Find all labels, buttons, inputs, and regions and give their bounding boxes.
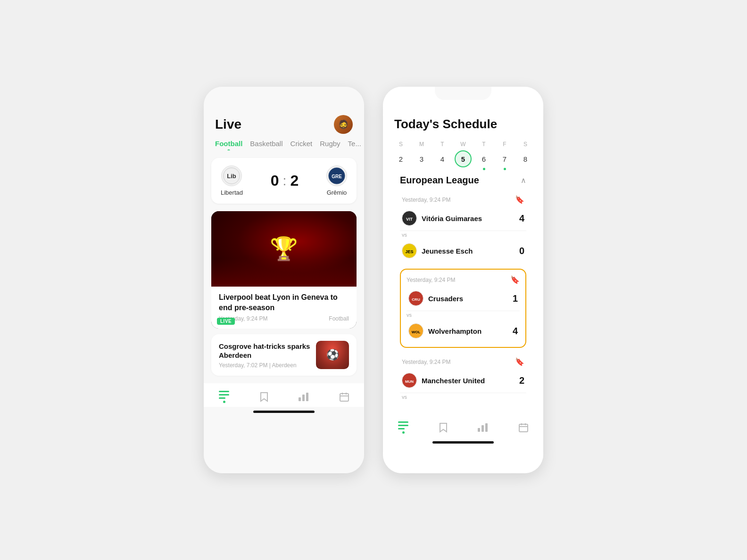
date-3[interactable]: 3	[413, 150, 430, 167]
svg-rect-4	[219, 391, 229, 392]
day-label-4: T	[475, 141, 492, 148]
nav-calendar-right[interactable]	[519, 423, 528, 432]
bookmark-icon-1[interactable]: 🔖	[515, 195, 524, 204]
manutd-name: Manchester United	[422, 377, 485, 385]
manutd-score: 2	[519, 375, 524, 386]
svg-text:JES: JES	[405, 249, 413, 254]
chevron-up-icon[interactable]: ∧	[521, 176, 526, 185]
date-dot-7	[504, 168, 506, 170]
nav-feed[interactable]	[219, 391, 229, 403]
vitoria-score: 4	[519, 213, 524, 224]
right-phone: Today's Schedule S M T W T F S 2	[383, 87, 543, 473]
live-match-card[interactable]: Lib Libertad 0 : 2	[211, 158, 357, 204]
svg-rect-5	[219, 394, 229, 395]
live-badge: LIVE	[217, 318, 235, 325]
match-group-3: Yesterday, 9:24 PM 🔖 MUN	[400, 354, 526, 401]
svg-rect-26	[398, 428, 405, 429]
sport-tabs: Football Basketball Cricket Rugby Te...	[204, 138, 364, 150]
vs-label-3: vs	[400, 393, 526, 401]
match-row-wolves[interactable]: WOL Wolverhampton 4	[407, 319, 520, 343]
schedule-title: Today's Schedule	[394, 117, 532, 132]
bottom-nav-right	[383, 414, 543, 437]
tab-basketball[interactable]: Basketball	[250, 140, 282, 150]
team2-logo: GRE	[326, 165, 347, 186]
page-title: Live	[215, 117, 241, 132]
crusaders-logo: CRU	[408, 291, 423, 306]
wolves-logo: WOL	[408, 323, 423, 338]
day-label-6: S	[517, 141, 534, 148]
date-2[interactable]: 2	[392, 150, 409, 167]
svg-text:MUN: MUN	[405, 379, 414, 384]
match-row-manutd[interactable]: MUN Manchester United 2	[400, 368, 526, 393]
calendar: S M T W T F S 2 3 4 5 6	[383, 135, 543, 167]
match-group-1: Yesterday, 9:24 PM 🔖 VIT	[400, 191, 526, 263]
news-headline-small: Cosgrove hat-tricks sparks Aberdeen	[219, 342, 310, 360]
vs-label-2: vs	[407, 311, 520, 319]
svg-rect-27	[478, 428, 480, 432]
date-6[interactable]: 6	[475, 150, 492, 167]
wolves-score: 4	[513, 326, 518, 337]
date-7[interactable]: 7	[496, 150, 513, 167]
svg-text:VIT: VIT	[406, 217, 413, 222]
svg-rect-24	[398, 421, 408, 423]
match-row-crusaders[interactable]: CRU Crusaders 1	[407, 286, 520, 311]
match-time-1: Yesterday, 9:24 PM	[402, 197, 450, 203]
tab-more[interactable]: Te...	[348, 140, 361, 150]
team2-name: Grêmio	[327, 189, 347, 196]
svg-text:GRE: GRE	[332, 174, 342, 179]
svg-rect-7	[299, 397, 301, 401]
team2-score: 2	[290, 172, 299, 189]
date-8[interactable]: 8	[517, 150, 534, 167]
crusaders-score: 1	[513, 293, 518, 304]
news-timestamp-small: Yesterday, 7:02 PM	[219, 362, 267, 369]
match-row-jeunesse[interactable]: JES Jeunesse Esch 0	[400, 239, 526, 263]
team1-block: Lib Libertad	[221, 165, 243, 196]
match-time-3: Yesterday, 9:24 PM	[402, 359, 450, 365]
nav-stats[interactable]	[299, 393, 309, 401]
score-block: 0 : 2	[271, 172, 299, 189]
wolves-name: Wolverhampton	[428, 327, 481, 335]
svg-rect-29	[485, 423, 488, 432]
team2-block: GRE Grêmio	[326, 165, 347, 196]
svg-rect-25	[398, 425, 408, 426]
nav-bookmarks-right[interactable]	[439, 422, 448, 433]
date-dot-6	[483, 168, 485, 170]
svg-rect-9	[306, 393, 308, 401]
nav-calendar[interactable]	[340, 392, 349, 402]
news-category-big: Football	[329, 315, 349, 322]
day-label-1: M	[413, 141, 430, 148]
home-indicator-left	[253, 411, 315, 413]
tab-rugby[interactable]: Rugby	[320, 140, 340, 150]
svg-rect-8	[302, 395, 305, 401]
team1-logo: Lib	[221, 165, 242, 186]
date-5-active[interactable]: 5	[455, 150, 472, 167]
bottom-nav-left	[204, 383, 364, 407]
left-phone: Live 🧔 Football Basketball Cricket Rugby…	[204, 87, 364, 473]
crusaders-name: Crusaders	[428, 295, 463, 303]
phone-notch	[256, 87, 312, 100]
svg-text:CRU: CRU	[412, 297, 420, 302]
day-label-0: S	[392, 141, 409, 148]
league-name: European League	[400, 175, 479, 186]
nav-feed-right[interactable]	[398, 421, 408, 434]
team1-name: Libertad	[221, 189, 243, 196]
news-thumbnail: ⚽	[316, 341, 349, 369]
vitoria-logo: VIT	[402, 211, 417, 226]
nav-active-dot-right	[402, 431, 405, 434]
schedule-scroll: European League ∧ Yesterday, 9:24 PM 🔖	[383, 167, 543, 406]
bookmark-icon-2[interactable]: 🔖	[510, 275, 520, 284]
news-card-small[interactable]: Cosgrove hat-tricks sparks Aberdeen Yest…	[211, 334, 357, 376]
avatar[interactable]: 🧔	[334, 115, 353, 134]
tab-cricket[interactable]: Cricket	[290, 140, 313, 150]
bookmark-icon-3[interactable]: 🔖	[515, 357, 524, 366]
date-4[interactable]: 4	[434, 150, 451, 167]
nav-stats-right[interactable]	[478, 423, 488, 432]
team1-score: 0	[271, 172, 279, 189]
nav-bookmarks[interactable]	[260, 392, 268, 402]
news-tag-small: | Aberdeen	[269, 362, 297, 369]
tab-football[interactable]: Football	[215, 140, 242, 150]
svg-text:Lib: Lib	[227, 173, 237, 180]
news-card-big[interactable]: 🏆 LIVE Liverpool beat Lyon in Geneva to …	[211, 211, 357, 329]
match-row-vitoria[interactable]: VIT Vitória Guimaraes 4	[400, 206, 526, 231]
jeunesse-logo: JES	[402, 243, 417, 258]
